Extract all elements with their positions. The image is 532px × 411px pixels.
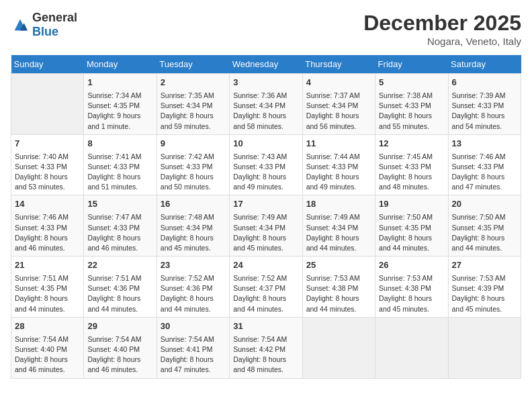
cell-content: Sunrise: 7:53 AMSunset: 4:38 PMDaylight:… [379, 273, 444, 314]
day-number: 18 [306, 198, 371, 211]
day-number: 9 [161, 138, 226, 150]
calendar-cell: 19Sunrise: 7:50 AMSunset: 4:35 PMDayligh… [375, 195, 448, 257]
day-number: 1 [87, 77, 152, 89]
calendar-cell: 25Sunrise: 7:53 AMSunset: 4:38 PMDayligh… [302, 257, 375, 318]
calendar-cell: 18Sunrise: 7:49 AMSunset: 4:34 PMDayligh… [302, 195, 375, 257]
day-number: 27 [452, 259, 517, 272]
day-number: 3 [233, 77, 298, 89]
day-header-saturday: Saturday [448, 55, 521, 74]
day-header-thursday: Thursday [302, 55, 375, 74]
day-number: 6 [452, 77, 517, 89]
calendar-cell: 23Sunrise: 7:52 AMSunset: 4:36 PMDayligh… [157, 257, 229, 318]
calendar-cell: 15Sunrise: 7:47 AMSunset: 4:33 PMDayligh… [84, 195, 157, 257]
calendar-cell: 16Sunrise: 7:48 AMSunset: 4:34 PMDayligh… [157, 195, 229, 257]
cell-content: Sunrise: 7:51 AMSunset: 4:35 PMDaylight:… [15, 273, 80, 314]
calendar-cell: 21Sunrise: 7:51 AMSunset: 4:35 PMDayligh… [11, 257, 84, 318]
calendar-cell: 2Sunrise: 7:35 AMSunset: 4:34 PMDaylight… [157, 74, 229, 135]
cell-content: Sunrise: 7:52 AMSunset: 4:37 PMDaylight:… [233, 273, 298, 314]
calendar-cell [302, 317, 375, 378]
logo-icon [11, 15, 30, 34]
calendar-cell: 26Sunrise: 7:53 AMSunset: 4:38 PMDayligh… [375, 257, 448, 318]
calendar-cell: 14Sunrise: 7:46 AMSunset: 4:33 PMDayligh… [11, 195, 84, 257]
day-number: 22 [87, 259, 152, 272]
day-number: 15 [87, 198, 152, 211]
calendar-header-row: SundayMondayTuesdayWednesdayThursdayFrid… [11, 55, 521, 74]
day-number: 5 [379, 77, 444, 89]
calendar-body: 1Sunrise: 7:34 AMSunset: 4:35 PMDaylight… [11, 74, 521, 379]
day-number: 28 [15, 320, 80, 333]
calendar-cell: 4Sunrise: 7:37 AMSunset: 4:34 PMDaylight… [302, 74, 375, 135]
cell-content: Sunrise: 7:50 AMSunset: 4:35 PMDaylight:… [452, 212, 517, 253]
cell-content: Sunrise: 7:54 AMSunset: 4:40 PMDaylight:… [87, 334, 152, 375]
logo: General Blue [11, 11, 77, 39]
day-number: 31 [233, 320, 298, 333]
cell-content: Sunrise: 7:51 AMSunset: 4:36 PMDaylight:… [87, 273, 152, 314]
calendar-cell: 10Sunrise: 7:43 AMSunset: 4:33 PMDayligh… [230, 134, 302, 195]
day-number: 24 [233, 259, 298, 272]
calendar-cell [375, 317, 448, 378]
location: Nogara, Veneto, Italy [363, 36, 521, 47]
calendar-cell [448, 317, 521, 378]
calendar-cell: 1Sunrise: 7:34 AMSunset: 4:35 PMDaylight… [84, 74, 157, 135]
cell-content: Sunrise: 7:48 AMSunset: 4:34 PMDaylight:… [161, 212, 226, 253]
calendar-week-row: 21Sunrise: 7:51 AMSunset: 4:35 PMDayligh… [11, 257, 521, 318]
day-number: 20 [452, 198, 517, 211]
cell-content: Sunrise: 7:49 AMSunset: 4:34 PMDaylight:… [306, 212, 371, 253]
cell-content: Sunrise: 7:41 AMSunset: 4:33 PMDaylight:… [87, 152, 152, 193]
cell-content: Sunrise: 7:44 AMSunset: 4:33 PMDaylight:… [306, 152, 371, 193]
calendar-cell: 5Sunrise: 7:38 AMSunset: 4:33 PMDaylight… [375, 74, 448, 135]
day-number: 26 [379, 259, 444, 272]
day-number: 12 [379, 138, 444, 150]
calendar-cell: 11Sunrise: 7:44 AMSunset: 4:33 PMDayligh… [302, 134, 375, 195]
cell-content: Sunrise: 7:36 AMSunset: 4:34 PMDaylight:… [233, 91, 298, 132]
cell-content: Sunrise: 7:54 AMSunset: 4:41 PMDaylight:… [161, 334, 226, 375]
calendar-cell: 20Sunrise: 7:50 AMSunset: 4:35 PMDayligh… [448, 195, 521, 257]
calendar-cell: 6Sunrise: 7:39 AMSunset: 4:33 PMDaylight… [448, 74, 521, 135]
calendar-cell: 8Sunrise: 7:41 AMSunset: 4:33 PMDaylight… [84, 134, 157, 195]
day-number: 30 [161, 320, 226, 333]
day-number: 23 [161, 259, 226, 272]
cell-content: Sunrise: 7:54 AMSunset: 4:42 PMDaylight:… [233, 334, 298, 375]
calendar-cell: 22Sunrise: 7:51 AMSunset: 4:36 PMDayligh… [84, 257, 157, 318]
page-header: General Blue December 2025 Nogara, Venet… [11, 11, 521, 47]
cell-content: Sunrise: 7:52 AMSunset: 4:36 PMDaylight:… [161, 273, 226, 314]
title-block: December 2025 Nogara, Veneto, Italy [363, 11, 521, 47]
day-number: 4 [306, 77, 371, 89]
day-header-monday: Monday [84, 55, 157, 74]
day-number: 13 [452, 138, 517, 150]
calendar-cell: 3Sunrise: 7:36 AMSunset: 4:34 PMDaylight… [230, 74, 302, 135]
calendar-week-row: 28Sunrise: 7:54 AMSunset: 4:40 PMDayligh… [11, 317, 521, 378]
cell-content: Sunrise: 7:49 AMSunset: 4:34 PMDaylight:… [233, 212, 298, 253]
day-header-friday: Friday [375, 55, 448, 74]
day-number: 21 [15, 259, 80, 272]
calendar-cell: 31Sunrise: 7:54 AMSunset: 4:42 PMDayligh… [230, 317, 302, 378]
logo-text-blue: Blue [32, 25, 58, 38]
cell-content: Sunrise: 7:38 AMSunset: 4:33 PMDaylight:… [379, 91, 444, 132]
calendar-table: SundayMondayTuesdayWednesdayThursdayFrid… [11, 55, 521, 379]
cell-content: Sunrise: 7:50 AMSunset: 4:35 PMDaylight:… [379, 212, 444, 253]
calendar-cell [11, 74, 84, 135]
cell-content: Sunrise: 7:34 AMSunset: 4:35 PMDaylight:… [87, 91, 152, 132]
calendar-cell: 27Sunrise: 7:53 AMSunset: 4:39 PMDayligh… [448, 257, 521, 318]
calendar-cell: 24Sunrise: 7:52 AMSunset: 4:37 PMDayligh… [230, 257, 302, 318]
day-number: 19 [379, 198, 444, 211]
cell-content: Sunrise: 7:42 AMSunset: 4:33 PMDaylight:… [161, 152, 226, 193]
day-number: 29 [87, 320, 152, 333]
day-number: 17 [233, 198, 298, 211]
cell-content: Sunrise: 7:53 AMSunset: 4:39 PMDaylight:… [452, 273, 517, 314]
cell-content: Sunrise: 7:40 AMSunset: 4:33 PMDaylight:… [15, 152, 80, 193]
day-number: 10 [233, 138, 298, 150]
calendar-cell: 17Sunrise: 7:49 AMSunset: 4:34 PMDayligh… [230, 195, 302, 257]
day-number: 11 [306, 138, 371, 150]
calendar-week-row: 1Sunrise: 7:34 AMSunset: 4:35 PMDaylight… [11, 74, 521, 135]
cell-content: Sunrise: 7:46 AMSunset: 4:33 PMDaylight:… [452, 152, 517, 193]
cell-content: Sunrise: 7:54 AMSunset: 4:40 PMDaylight:… [15, 334, 80, 375]
cell-content: Sunrise: 7:47 AMSunset: 4:33 PMDaylight:… [87, 212, 152, 253]
calendar-cell: 7Sunrise: 7:40 AMSunset: 4:33 PMDaylight… [11, 134, 84, 195]
day-number: 25 [306, 259, 371, 272]
cell-content: Sunrise: 7:46 AMSunset: 4:33 PMDaylight:… [15, 212, 80, 253]
day-number: 7 [15, 138, 80, 150]
logo-text-general: General [32, 11, 77, 24]
day-number: 16 [161, 198, 226, 211]
day-number: 14 [15, 198, 80, 211]
